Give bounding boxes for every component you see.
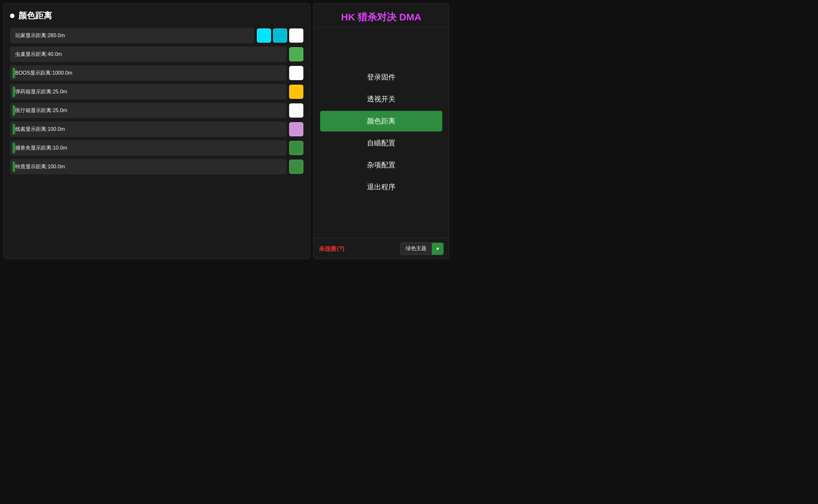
right-panel: HK 猎杀对决 DMA 登录固件透视开关颜色距离自瞄配置杂项配置退出程序 未连接… [313, 3, 449, 259]
slider-indicator-boss [13, 68, 15, 78]
header-dot [10, 14, 15, 18]
item-label-medkit: 医疗箱显示距离:25.0m [15, 107, 67, 114]
nav-item-login[interactable]: 登录固件 [320, 67, 442, 88]
theme-selector: 绿色主题 ▼ [400, 242, 444, 255]
color-swatches-trap [289, 141, 303, 155]
item-label-boss: BOOS显示距离:1000.0m [15, 70, 72, 77]
color-swatch-medkit-0[interactable] [289, 103, 303, 118]
color-swatches-clue [289, 122, 303, 136]
color-swatch-player-0[interactable] [257, 28, 271, 43]
item-row-boss: BOOS显示距离:1000.0m [10, 65, 303, 81]
color-swatches-boss [289, 66, 303, 80]
nav-item-transparent[interactable]: 透视开关 [320, 89, 442, 110]
nav-item-auto-aim[interactable]: 自瞄配置 [320, 133, 442, 153]
nav-item-color-distance[interactable]: 颜色距离 [320, 111, 442, 131]
color-swatch-player-2[interactable] [289, 28, 303, 43]
item-row-trap: 捕兽夹显示距离:10.0m [10, 140, 303, 156]
color-swatches-player [257, 28, 303, 43]
item-bar-boss[interactable]: BOOS显示距离:1000.0m [10, 65, 287, 81]
color-swatch-clue-0[interactable] [289, 122, 303, 136]
item-bar-clue[interactable]: 线索显示距离:100.0m [10, 121, 287, 137]
status-suffix: (?) [337, 245, 344, 252]
item-bar-special[interactable]: 特质显示距离:100.0m [10, 159, 287, 174]
connection-status: 未连接 (?) [319, 245, 344, 253]
item-bar-trap[interactable]: 捕兽夹显示距离:10.0m [10, 140, 287, 156]
color-swatches-hive [289, 47, 303, 61]
item-bar-hive[interactable]: 虫巢显示距离:40.0m [10, 47, 287, 62]
color-swatch-player-1[interactable] [273, 28, 287, 43]
chevron-down-icon: ▼ [435, 246, 440, 251]
item-label-clue: 线索显示距离:100.0m [15, 126, 65, 133]
nav-items: 登录固件透视开关颜色距离自瞄配置杂项配置退出程序 [314, 27, 449, 238]
item-bar-ammo[interactable]: 弹药箱显示距离:25.0m [10, 84, 287, 100]
item-row-hive: 虫巢显示距离:40.0m [10, 46, 303, 63]
item-row-ammo: 弹药箱显示距离:25.0m [10, 83, 303, 100]
slider-indicator-ammo [13, 87, 15, 97]
right-footer: 未连接 (?) 绿色主题 ▼ [314, 238, 449, 259]
item-bar-medkit[interactable]: 医疗箱显示距离:25.0m [10, 103, 287, 118]
rows-container: 玩家显示距离:280.0m虫巢显示距离:40.0mBOOS显示距离:1000.0… [10, 27, 303, 175]
item-row-medkit: 医疗箱显示距离:25.0m [10, 102, 303, 119]
item-row-player: 玩家显示距离:280.0m [10, 27, 303, 44]
slider-indicator-clue [13, 124, 15, 134]
item-label-special: 特质显示距离:100.0m [15, 163, 65, 170]
right-title: HK 猎杀对决 DMA [341, 12, 421, 22]
slider-indicator-trap [13, 143, 15, 153]
item-row-clue: 线索显示距离:100.0m [10, 121, 303, 138]
color-swatches-medkit [289, 103, 303, 118]
nav-item-exit[interactable]: 退出程序 [320, 177, 442, 197]
item-row-special: 特质显示距离:100.0m [10, 158, 303, 175]
item-bar-player[interactable]: 玩家显示距离:280.0m [10, 28, 254, 43]
color-swatch-ammo-0[interactable] [289, 85, 303, 99]
left-panel: 颜色距离 玩家显示距离:280.0m虫巢显示距离:40.0mBOOS显示距离:1… [3, 3, 310, 259]
color-swatch-special-0[interactable] [289, 160, 303, 174]
slider-indicator-medkit [13, 105, 15, 116]
theme-label: 绿色主题 [400, 242, 432, 255]
theme-arrow-button[interactable]: ▼ [432, 243, 444, 255]
color-swatches-ammo [289, 85, 303, 99]
status-text: 未连接 [319, 245, 336, 253]
right-header: HK 猎杀对决 DMA [314, 4, 449, 27]
item-label-ammo: 弹药箱显示距离:25.0m [15, 89, 67, 95]
color-swatch-boss-0[interactable] [289, 66, 303, 80]
nav-item-misc[interactable]: 杂项配置 [320, 155, 442, 175]
item-label-trap: 捕兽夹显示距离:10.0m [15, 145, 67, 152]
slider-indicator-special [13, 162, 15, 172]
item-label-hive: 虫巢显示距离:40.0m [15, 51, 62, 58]
color-swatch-hive-0[interactable] [289, 47, 303, 61]
panel-title: 颜色距离 [18, 10, 52, 21]
item-label-player: 玩家显示距离:280.0m [15, 32, 65, 39]
color-swatches-special [289, 160, 303, 174]
panel-header: 颜色距离 [10, 10, 303, 21]
color-swatch-trap-0[interactable] [289, 141, 303, 155]
